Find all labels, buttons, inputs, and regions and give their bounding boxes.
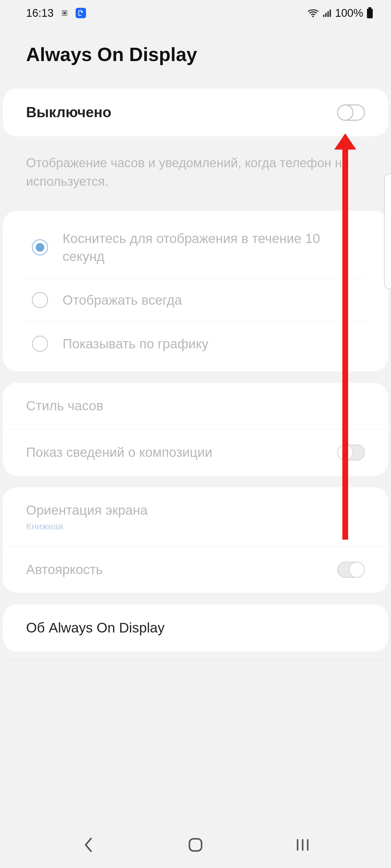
display-mode-label: Показывать по графику xyxy=(62,335,208,353)
svg-point-2 xyxy=(312,16,314,17)
auto-brightness-switch[interactable] xyxy=(337,562,365,578)
window-icon xyxy=(59,8,70,18)
battery-icon xyxy=(366,7,373,19)
page-title: Always On Display xyxy=(0,26,391,89)
app-badge-icon xyxy=(76,8,86,18)
about-row[interactable]: Об Always On Display xyxy=(3,604,388,651)
svg-rect-3 xyxy=(323,15,325,17)
radio-selected-icon xyxy=(32,239,48,255)
clock-style-row[interactable]: Стиль часов xyxy=(3,383,388,429)
music-info-switch[interactable] xyxy=(337,444,365,461)
svg-rect-9 xyxy=(189,839,202,851)
system-navbar xyxy=(0,828,391,868)
signal-icon xyxy=(322,8,332,18)
svg-rect-4 xyxy=(325,13,327,17)
display-mode-option-always[interactable]: Отображать всегда xyxy=(23,278,368,322)
svg-rect-5 xyxy=(327,11,329,17)
auto-brightness-label: Автояркость xyxy=(26,561,337,578)
master-toggle-switch[interactable] xyxy=(337,104,365,121)
feature-description: Отображение часов и уведомлений, когда т… xyxy=(0,136,391,211)
display-mode-option-schedule[interactable]: Показывать по графику xyxy=(23,322,368,365)
scroll-handle[interactable] xyxy=(384,174,391,289)
battery-text: 100% xyxy=(335,7,363,20)
svg-rect-6 xyxy=(330,9,331,17)
master-toggle-card: Выключено xyxy=(3,89,388,136)
style-settings-card: Стиль часов Показ сведений о композиции xyxy=(3,383,388,476)
svg-rect-1 xyxy=(63,11,66,14)
svg-rect-7 xyxy=(368,7,371,9)
display-mode-label: Отображать всегда xyxy=(62,291,182,309)
wifi-icon xyxy=(307,7,319,19)
nav-recents-button[interactable] xyxy=(285,833,320,857)
music-info-row[interactable]: Показ сведений о композиции xyxy=(3,429,388,476)
auto-brightness-row[interactable]: Автояркость xyxy=(3,546,388,593)
status-bar: 16:13 100% xyxy=(0,0,391,26)
clock-style-label: Стиль часов xyxy=(26,397,365,414)
status-time: 16:13 xyxy=(26,7,54,20)
about-label: Об Always On Display xyxy=(26,619,365,637)
orientation-label: Ориентация экрана xyxy=(26,502,148,519)
radio-unselected-icon xyxy=(32,336,48,352)
display-settings-card: Ориентация экрана Книжная Автояркость xyxy=(3,487,388,593)
annotation-arrow xyxy=(342,146,348,539)
orientation-value: Книжная xyxy=(26,521,148,532)
display-mode-label: Коснитесь для отображения в течение 10 с… xyxy=(62,229,365,265)
svg-rect-8 xyxy=(367,9,373,18)
nav-home-button[interactable] xyxy=(178,833,213,857)
radio-unselected-icon xyxy=(32,292,48,308)
about-card: Об Always On Display xyxy=(3,604,388,651)
orientation-row[interactable]: Ориентация экрана Книжная xyxy=(3,487,388,547)
master-toggle-label: Выключено xyxy=(26,103,337,122)
music-info-label: Показ сведений о композиции xyxy=(26,444,337,461)
nav-back-button[interactable] xyxy=(71,833,106,857)
display-mode-option-tap[interactable]: Коснитесь для отображения в течение 10 с… xyxy=(3,217,388,278)
display-mode-card: Коснитесь для отображения в течение 10 с… xyxy=(3,211,388,371)
